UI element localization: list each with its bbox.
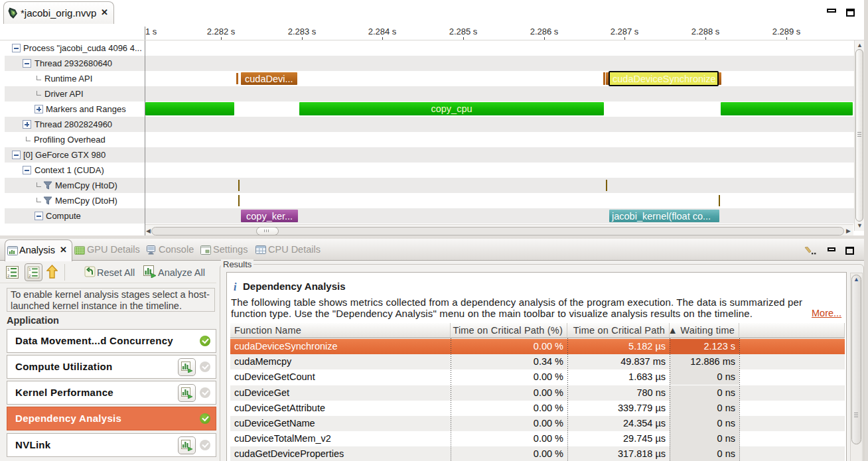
svg-text:1: 1 (29, 267, 31, 271)
svg-text:2: 2 (29, 274, 31, 278)
